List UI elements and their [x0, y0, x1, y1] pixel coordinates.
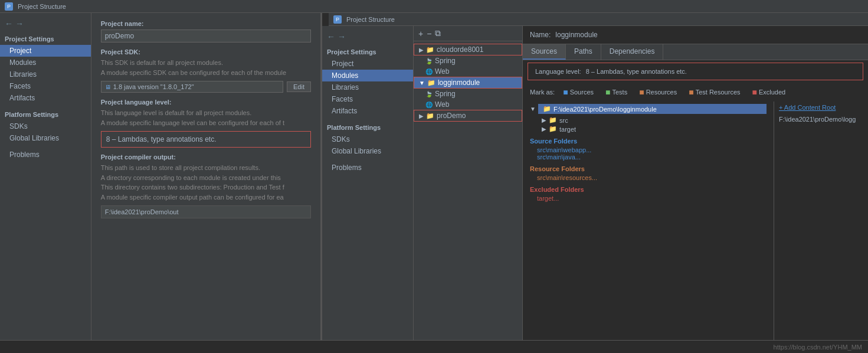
tree-item-spring-2[interactable]: 🍃 Spring	[414, 89, 522, 99]
bottom-bar: https://blog.csdn.net/YHM_MM	[0, 340, 868, 353]
lang-level-row: Language level: 8 – Lambdas, type annota…	[528, 63, 863, 80]
module-tree-panel: + − ⧉ ▶ 📁 cloudorde8001 🍃 Spring 🌐 Web	[414, 26, 523, 340]
tree-item-prodemo[interactable]: ▶ 📁 proDemo	[414, 110, 522, 122]
sidebar-item-sdks-1[interactable]: SDKs	[0, 120, 91, 132]
content-root-row: ▼ 📁 F:\idea2021\proDemo\logginmodule	[530, 104, 767, 114]
sidebar-item-artifacts-1[interactable]: Artifacts	[0, 92, 91, 104]
expand-target[interactable]: ▶	[542, 126, 546, 132]
copy-module-button[interactable]: ⧉	[435, 28, 441, 38]
src-item[interactable]: ▶ 📁 src	[530, 116, 767, 124]
expand-src[interactable]: ▶	[542, 117, 546, 123]
forward-arrow-2[interactable]: →	[338, 32, 346, 41]
lang-desc: This language level is default for all p…	[101, 108, 311, 128]
language-level-box[interactable]: 8 – Lambdas, type annotations etc.	[101, 131, 311, 148]
output-path-box[interactable]: F:\idea2021\proDemo\out	[101, 205, 311, 218]
excluded-folders-title: Excluded Folders	[530, 186, 767, 193]
main-area: ← → Project Settings Project Modules Lib…	[0, 13, 868, 340]
resource-folders-section: Resource Folders src\main\resources...	[530, 165, 767, 181]
module-name-value: logginmodule	[555, 31, 597, 39]
module-name-label: Name:	[530, 31, 551, 39]
tree-item-cloudorde8001[interactable]: ▶ 📁 cloudorde8001	[414, 44, 522, 55]
src-folder-icon: 📁	[549, 116, 557, 124]
tree-item-web-1[interactable]: 🌐 Web	[414, 66, 522, 77]
sources-icon: ■	[563, 87, 568, 97]
window-title-1: Project Structure	[18, 3, 66, 10]
window-title-2: Project Structure	[346, 16, 395, 23]
mark-test-resources-btn[interactable]: ■ Test Resources	[685, 86, 743, 98]
target-folder-icon: 📁	[549, 125, 557, 133]
sidebar-item-problems-1[interactable]: Problems	[0, 149, 91, 161]
sidebar-item-global-libs-1[interactable]: Global Libraries	[0, 132, 91, 144]
sidebar-panel-2: ← → Project Settings Project Modules Lib…	[322, 26, 414, 340]
tree-item-web-2[interactable]: 🌐 Web	[414, 99, 522, 110]
tree-item-spring-1[interactable]: 🍃 Spring	[414, 55, 522, 66]
mark-excluded-btn[interactable]: ■ Excluded	[749, 86, 790, 98]
sidebar-item-facets-2[interactable]: Facets	[322, 93, 413, 105]
sidebar-item-sdks-2[interactable]: SDKs	[322, 133, 413, 145]
tests-icon: ■	[605, 87, 610, 97]
mark-as-row: Mark as: ■ Sources ■ Tests ■ Resources ■…	[523, 83, 868, 102]
src-label: src	[559, 117, 568, 124]
lang-level-value: 8 – Lambdas, type annotations etc.	[586, 68, 687, 75]
excluded-icon: ■	[752, 87, 757, 97]
prodemo-label: proDemo	[437, 112, 466, 120]
source-folders-section: Source Folders src\main\webapp... src\ma…	[530, 138, 767, 161]
platform-settings-header-2: Platform Settings	[322, 122, 413, 133]
content-root-path-short: F:\idea2021\proDemo\logg	[779, 116, 863, 123]
sidebar-item-modules-2[interactable]: Modules	[322, 70, 413, 81]
remove-module-button[interactable]: −	[427, 29, 431, 38]
add-content-root-link[interactable]: + Add Content Root	[779, 104, 863, 111]
logginmodule-label: logginmodule	[438, 79, 480, 87]
actions-column: + Add Content Root F:\idea2021\proDemo\l…	[774, 102, 868, 340]
content-main: ▼ 📁 F:\idea2021\proDemo\logginmodule ▶ 📁…	[523, 102, 774, 340]
source-folder-path-1: src\main\webapp...	[530, 146, 767, 153]
mark-as-label: Mark as:	[530, 89, 555, 96]
nav-arrows-1: ← →	[0, 18, 91, 33]
source-folders-title: Source Folders	[530, 138, 767, 145]
sidebar-item-global-libs-2[interactable]: Global Libraries	[322, 145, 413, 157]
sdk-edit-button[interactable]: Edit	[287, 81, 311, 92]
right-half: P Project Structure ← → Project Settings…	[322, 13, 868, 340]
project-name-label: Project name:	[101, 20, 311, 27]
test-resources-icon: ■	[689, 87, 693, 97]
project-sdk-label: Project SDK:	[101, 48, 311, 55]
platform-settings-header-1: Platform Settings	[0, 109, 91, 120]
content-root-folder-icon: 📁	[543, 105, 551, 113]
resources-icon: ■	[639, 87, 644, 97]
content-root-folder[interactable]: 📁 F:\idea2021\proDemo\logginmodule	[538, 104, 767, 114]
project-output-label: Project compiler output:	[101, 153, 311, 161]
mark-sources-btn[interactable]: ■ Sources	[559, 86, 597, 98]
tab-sources[interactable]: Sources	[523, 44, 566, 60]
project-name-input[interactable]	[101, 30, 311, 43]
sidebar-item-problems-2[interactable]: Problems	[322, 162, 413, 174]
bottom-url: https://blog.csdn.net/YHM_MM	[774, 344, 862, 351]
target-label: target	[559, 126, 576, 133]
tree-toolbar: + − ⧉	[414, 26, 522, 41]
sidebar-item-facets-1[interactable]: Facets	[0, 80, 91, 92]
sidebar-item-libraries-2[interactable]: Libraries	[322, 81, 413, 93]
content-panel-1: Project name: Project SDK: This SDK is d…	[91, 13, 321, 340]
sidebar-item-project-1[interactable]: Project	[0, 45, 91, 57]
lang-level-label: Language level:	[535, 68, 581, 75]
tree-item-logginmodule[interactable]: ▼ 📁 logginmodule	[414, 77, 522, 89]
mark-tests-btn[interactable]: ■ Tests	[602, 86, 631, 98]
sidebar-item-project-2[interactable]: Project	[322, 58, 413, 70]
sdk-selector[interactable]: 🖥 1.8 java version "1.8.0_172"	[101, 81, 283, 93]
target-item[interactable]: ▶ 📁 target	[530, 125, 767, 133]
sidebar-item-modules-1[interactable]: Modules	[0, 57, 91, 68]
forward-arrow-1[interactable]: →	[15, 19, 24, 28]
project-settings-header-2: Project Settings	[322, 46, 413, 58]
left-half: ← → Project Settings Project Modules Lib…	[0, 13, 322, 340]
mark-resources-btn[interactable]: ■ Resources	[636, 86, 680, 98]
resource-folder-path-1: src\main\resources...	[530, 174, 767, 181]
tab-paths[interactable]: Paths	[566, 44, 601, 60]
content-root-path: F:\idea2021\proDemo\logginmodule	[553, 106, 657, 113]
expand-arrow[interactable]: ▼	[530, 106, 536, 112]
add-module-button[interactable]: +	[418, 29, 423, 38]
back-arrow-2[interactable]: ←	[327, 32, 335, 41]
module-tabs: Sources Paths Dependencies	[523, 44, 868, 60]
sidebar-item-artifacts-2[interactable]: Artifacts	[322, 105, 413, 117]
back-arrow-1[interactable]: ←	[5, 19, 13, 28]
sidebar-item-libraries-1[interactable]: Libraries	[0, 68, 91, 80]
tab-dependencies[interactable]: Dependencies	[601, 44, 664, 60]
